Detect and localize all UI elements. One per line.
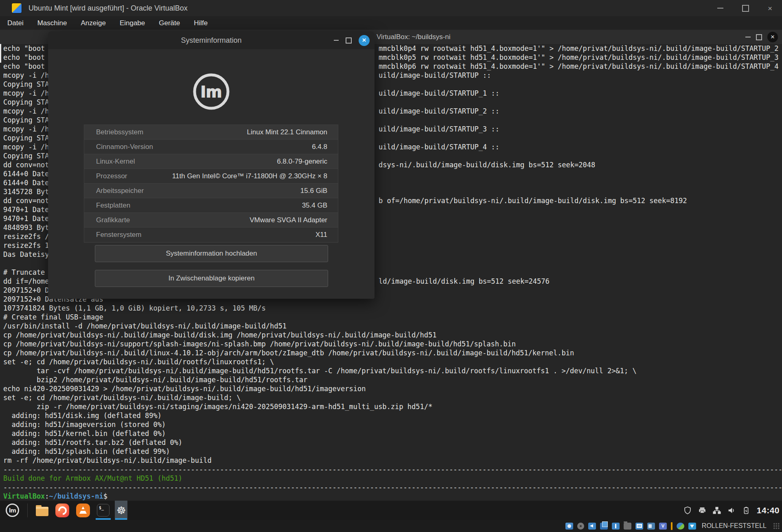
taskbar-item-terminal[interactable]: $_ (95, 501, 111, 520)
info-label: Festplatten (96, 201, 130, 210)
clock[interactable]: 14:40 (757, 506, 780, 515)
linux-mint-logo-icon: lm (48, 72, 375, 111)
terminal-maximize-button[interactable] (756, 34, 762, 40)
info-value: X11 (315, 231, 327, 239)
panel-separator (27, 504, 28, 517)
system-info-table: BetriebssystemLinux Mint 22.1 CinnamonCi… (84, 125, 338, 243)
host-statusbar: V ROLLEN-FESTSTELL (0, 520, 782, 532)
optical-status-icon[interactable] (577, 523, 584, 530)
info-value: 6.8.0-79-generic (277, 158, 327, 166)
volume-icon[interactable] (727, 506, 736, 515)
features-status-icon[interactable]: V (659, 523, 667, 530)
menu-geräte[interactable]: Geräte (159, 19, 180, 27)
copy-to-clipboard-button[interactable]: In Zwischenablage kopieren (95, 270, 328, 287)
settings-gear-icon: ☸ (116, 505, 126, 516)
host-titlebar[interactable]: Ubuntu Mint [wird ausgeführt] - Oracle V… (0, 0, 782, 16)
info-value: 35.4 GB (302, 201, 327, 210)
taskbar-item-files[interactable] (34, 501, 50, 520)
terminal-title: VirtualBox: ~/buildsys-ni (377, 33, 451, 41)
terminal-line: adding: hd51/disk.img (deflated 89%) (0, 411, 782, 420)
info-row-betriebssystem: BetriebssystemLinux Mint 22.1 Cinnamon (84, 125, 338, 140)
taskbar-item-firefox[interactable] (54, 501, 71, 520)
menu-datei[interactable]: Datei (7, 19, 24, 27)
vm-status-icons: V (565, 522, 696, 530)
menu-maschine[interactable]: Maschine (37, 19, 67, 27)
host-close-button[interactable]: × (768, 4, 772, 12)
info-label: Cinnamon-Version (96, 143, 153, 151)
sysinfo-dialog-title: Systeminformation (48, 36, 375, 45)
audio-status-icon[interactable] (588, 523, 596, 530)
terminal-line: # Create final USB-image (0, 313, 782, 322)
dialog-maximize-button[interactable] (346, 37, 352, 44)
menu-anzeige[interactable]: Anzeige (81, 19, 105, 27)
host-window-title: Ubuntu Mint [wird ausgeführt] - Oracle V… (28, 4, 188, 13)
terminal-scroll-marker (0, 44, 1, 63)
shield-icon[interactable] (683, 506, 692, 515)
terminal-line: adding: hd51/imageversion (stored 0%) (0, 420, 782, 429)
taskbar-item-settings-gear[interactable]: ☸ (115, 501, 127, 520)
vlc-icon (76, 504, 90, 517)
host-status-text: ROLLEN-FESTSTELL (702, 522, 767, 530)
network-status-icon[interactable] (600, 523, 608, 530)
terminal-line: ----------------------------------------… (0, 465, 782, 474)
taskbar-item-mint-menu[interactable]: lm (4, 501, 21, 520)
terminal-line: adding: hd51/kernel.bin (deflated 0%) (0, 429, 782, 438)
resize-grip[interactable] (773, 523, 780, 529)
terminal-line: ----------------------------------------… (0, 483, 782, 492)
terminal-line: cp /home/privat/buildsys-ni/.build/image… (0, 331, 782, 339)
virtualbox-window: Ubuntu Mint [wird ausgeführt] - Oracle V… (0, 0, 782, 532)
terminal-line: /usr/bin/install -d /home/privat/buildsy… (0, 322, 782, 331)
cinnamon-panel: lm$_☸ 14:40 (0, 501, 782, 520)
upload-sysinfo-button[interactable]: Systeminformation hochladen (95, 245, 328, 262)
host-maximize-button[interactable] (742, 5, 749, 12)
info-row-grafikkarte: GrafikkarteVMware SVGA II Adapter (84, 213, 338, 228)
info-label: Prozessor (96, 172, 127, 180)
mint-menu-icon: lm (6, 504, 19, 517)
terminal-line: cp /home/privat/buildsys-ni/.build/linux… (0, 348, 782, 357)
terminal-icon: $_ (97, 504, 110, 517)
mouse-integration-status-icon[interactable] (677, 523, 684, 530)
features-caret-status-icon[interactable] (671, 522, 672, 530)
terminal-line: cp /home/privat/buildsys-ni/support/spla… (0, 339, 782, 348)
hdd-status-icon[interactable] (565, 523, 573, 530)
info-label: Linux-Kernel (96, 158, 135, 166)
terminal-line: bzip2 /home/privat/buildsys-ni/.build/im… (0, 375, 782, 384)
info-value: 15.6 GiB (300, 187, 327, 195)
keyboard-status-icon[interactable] (688, 523, 696, 530)
info-value: 11th Gen Intel© Core™ i7-11800H @ 2.30GH… (172, 172, 327, 180)
info-row-prozessor: Prozessor11th Gen Intel© Core™ i7-11800H… (84, 169, 338, 184)
terminal-line: echo ni420-202509031429 > /home/privat/b… (0, 384, 782, 393)
terminal-line: tar -cvf /home/privat/buildsys-ni/.build… (0, 366, 782, 375)
host-minimize-button[interactable] (717, 8, 723, 9)
info-label: Grafikkarte (96, 216, 130, 224)
printer-icon[interactable] (697, 506, 707, 515)
dialog-close-button[interactable]: × (359, 35, 370, 46)
info-label: Fenstersystem (96, 231, 141, 239)
terminal-line: Build done for Armbox AX/Mut@nt HD51 (hd… (0, 474, 782, 483)
menu-eingabe[interactable]: Eingabe (120, 19, 145, 27)
terminal-line: zip -r /home/privat/buildsys-ni/staging/… (0, 402, 782, 411)
svg-text:lm: lm (201, 83, 222, 101)
taskbar-item-vlc[interactable] (74, 501, 92, 520)
shared-folders-status-icon[interactable] (624, 523, 631, 530)
terminal-line: adding: hd51/splash.bin (deflated 99%) (0, 447, 782, 456)
info-row-cinnamon-version: Cinnamon-Version6.4.8 (84, 140, 338, 154)
info-row-linux-kernel: Linux-Kernel6.8.0-79-generic (84, 154, 338, 169)
terminal-line: rm -rf /home/privat/buildsys-ni/.build/i… (0, 456, 782, 465)
recording-status-icon[interactable] (647, 523, 655, 530)
sysinfo-dialog-titlebar[interactable]: Systeminformation × (48, 31, 375, 49)
menu-hilfe[interactable]: Hilfe (194, 19, 208, 27)
battery-charging-icon[interactable] (741, 506, 751, 515)
network-icon[interactable] (712, 506, 722, 515)
virtualbox-app-icon (11, 3, 22, 13)
terminal-close-button[interactable]: × (767, 32, 778, 42)
info-row-arbeitsspeicher: Arbeitsspeicher15.6 GiB (84, 184, 338, 198)
usb-status-icon[interactable] (612, 523, 620, 530)
info-value: Linux Mint 22.1 Cinnamon (247, 128, 327, 136)
terminal-minimize-button[interactable] (745, 37, 751, 37)
dialog-minimize-button[interactable] (334, 40, 339, 41)
display-status-icon[interactable] (635, 523, 643, 530)
info-row-fenstersystem: FenstersystemX11 (84, 228, 338, 242)
host-menubar: DateiMaschineAnzeigeEingabeGeräteHilfe (0, 16, 782, 30)
info-label: Betriebssystem (96, 128, 143, 136)
